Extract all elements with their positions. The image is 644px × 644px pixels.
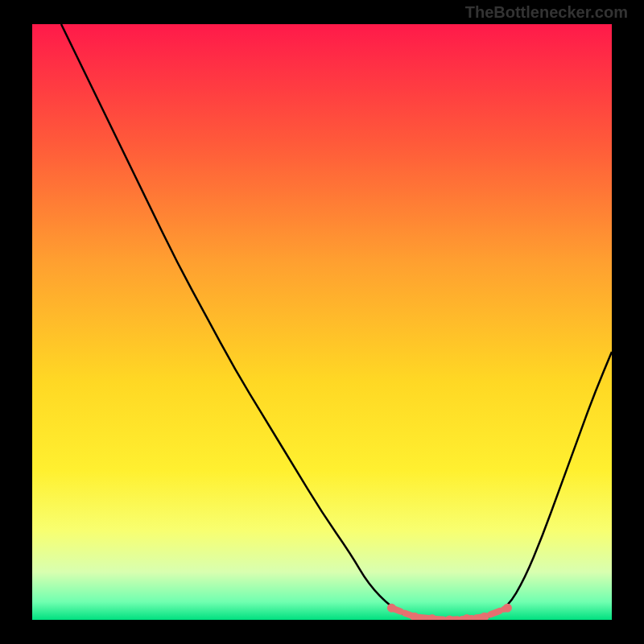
watermark-text: TheBottlenecker.com <box>465 3 628 22</box>
gradient-background <box>32 24 612 620</box>
svg-point-0 <box>387 604 396 613</box>
chart-container: TheBottlenecker.com <box>0 0 644 644</box>
svg-point-6 <box>503 604 512 613</box>
bottleneck-chart <box>32 24 612 620</box>
plot-area <box>32 24 612 620</box>
